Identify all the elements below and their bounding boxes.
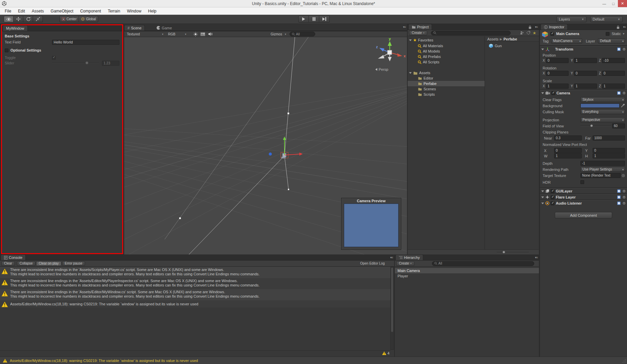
foldout-icon[interactable] xyxy=(409,72,412,74)
step-button[interactable] xyxy=(319,16,330,23)
tree-item-scenes[interactable]: Scenes xyxy=(408,86,485,92)
rotation-z-field[interactable]: 0 xyxy=(602,71,625,76)
tree-item-scripts[interactable]: Scripts xyxy=(408,92,485,97)
position-y-field[interactable]: 1 xyxy=(574,58,597,63)
object-picker-icon[interactable] xyxy=(622,174,625,177)
draw-mode-dropdown[interactable]: Textured▾ xyxy=(126,31,165,37)
flare-enabled-checkbox[interactable] xyxy=(551,195,554,199)
scale-tool-button[interactable] xyxy=(33,16,43,22)
viewport-h-field[interactable]: 1 xyxy=(593,153,625,158)
tree-item-all-materials[interactable]: All Materials xyxy=(408,43,485,49)
tag-dropdown[interactable]: MainCamera xyxy=(551,38,582,43)
gear-icon[interactable]: ⚙ xyxy=(622,195,626,200)
layers-dropdown[interactable]: Layers▼ xyxy=(556,16,587,22)
console-clear-on-play-button[interactable]: Clear on play xyxy=(36,261,61,266)
rotate-tool-button[interactable] xyxy=(23,16,33,22)
tab-project[interactable]: Project xyxy=(408,24,432,30)
scale-z-field[interactable]: 1 xyxy=(602,84,625,89)
foldout-icon[interactable] xyxy=(541,196,544,198)
background-color-swatch[interactable] xyxy=(580,103,620,108)
scene-audio-button[interactable] xyxy=(207,31,214,37)
viewport-y-field[interactable]: 0 xyxy=(593,148,625,153)
console-entry[interactable]: There are inconsistent line endings in t… xyxy=(0,289,390,300)
hierarchy-item-player[interactable]: Player xyxy=(395,273,539,279)
active-checkbox[interactable] xyxy=(550,32,554,36)
space-toggle-button[interactable]: Global xyxy=(79,16,98,22)
layer-dropdown[interactable]: Default xyxy=(598,38,625,43)
foldout-icon[interactable] xyxy=(541,92,544,94)
optional-settings-checkbox[interactable] xyxy=(5,49,8,52)
panel-menu-icon[interactable]: ▾≡ xyxy=(535,256,538,259)
camera-component-header[interactable]: Camera ⚙ xyxy=(540,90,627,96)
project-search-input[interactable] xyxy=(431,31,511,35)
position-x-field[interactable]: 0 xyxy=(546,58,569,63)
scene-viewport[interactable]: y x z Persp Camera Preview xyxy=(124,37,407,254)
close-button[interactable]: ✕ xyxy=(618,0,627,7)
tree-item-favorites[interactable]: ★ Favorites xyxy=(408,37,485,43)
minimize-button[interactable]: — xyxy=(600,0,609,7)
search-by-type-icon[interactable] xyxy=(520,31,524,35)
help-book-icon[interactable] xyxy=(617,189,621,193)
depth-field[interactable]: -1 xyxy=(580,161,625,166)
icon-size-slider[interactable] xyxy=(497,250,529,254)
viewport-x-field[interactable]: 0 xyxy=(554,148,582,153)
text-field-input[interactable]: Hello World xyxy=(52,40,119,45)
tab-scene[interactable]: # Scene xyxy=(124,25,145,31)
position-z-field[interactable]: -10 xyxy=(602,58,625,63)
scale-y-field[interactable]: 1 xyxy=(574,84,597,89)
gameobject-name[interactable]: Main Camera xyxy=(556,32,579,36)
open-editor-log-button[interactable]: Open Editor Log xyxy=(360,262,385,265)
search-by-label-icon[interactable] xyxy=(526,31,530,35)
culling-mask-dropdown[interactable]: Everything xyxy=(580,109,625,114)
console-scrollbar[interactable] xyxy=(390,267,394,350)
breadcrumb-root[interactable]: Assets xyxy=(487,37,498,41)
foldout-icon[interactable] xyxy=(541,49,544,50)
panel-menu-icon[interactable]: ▾≡ xyxy=(403,25,406,29)
slider-value-field[interactable]: 1.23 xyxy=(102,61,119,66)
static-checkbox[interactable] xyxy=(606,32,609,36)
tree-item-all-scripts[interactable]: All Scripts xyxy=(408,59,485,65)
gizmos-dropdown[interactable]: Gizmos▾ xyxy=(269,31,288,37)
layout-dropdown[interactable]: Default▼ xyxy=(590,16,623,22)
menu-terrain[interactable]: Terrain xyxy=(104,9,124,13)
maximize-button[interactable]: □ xyxy=(609,0,618,7)
fov-value-field[interactable]: 60 xyxy=(612,123,625,128)
menu-component[interactable]: Component xyxy=(77,9,104,13)
target-texture-field[interactable]: None (Render Text xyxy=(580,173,621,178)
render-channel-dropdown[interactable]: RGB▾ xyxy=(167,31,188,37)
menu-gameobject[interactable]: GameObject xyxy=(47,9,77,13)
lock-icon[interactable] xyxy=(617,25,620,29)
menu-file[interactable]: File xyxy=(1,9,15,13)
menu-window[interactable]: Window xyxy=(124,9,145,13)
menu-edit[interactable]: Edit xyxy=(15,9,28,13)
clear-flags-dropdown[interactable]: Skybox xyxy=(580,97,625,102)
audio-listener-header[interactable]: Audio Listener ⚙ xyxy=(540,200,627,206)
audio-enabled-checkbox[interactable] xyxy=(551,202,554,205)
view-tool-button[interactable] xyxy=(4,16,13,22)
tree-item-perfabe[interactable]: Perfabe xyxy=(408,81,485,86)
hdr-checkbox[interactable] xyxy=(580,180,584,184)
menu-help[interactable]: Help xyxy=(145,9,160,13)
eyedropper-icon[interactable] xyxy=(621,103,625,108)
hierarchy-item-main-camera[interactable]: Main Camera xyxy=(395,268,539,273)
status-bar[interactable]: Assets/Editor/MyWindow.cs(18,18): warnin… xyxy=(0,357,627,364)
add-component-button[interactable]: Add Component xyxy=(555,212,612,218)
gear-icon[interactable]: ⚙ xyxy=(622,47,626,52)
tab-game[interactable]: Game xyxy=(154,25,175,31)
rotation-y-field[interactable]: 0 xyxy=(574,71,597,76)
far-field[interactable]: 1000 xyxy=(593,135,625,141)
tab-console[interactable]: Console xyxy=(1,254,26,260)
breadcrumb[interactable]: Assets ▶ Perfabe xyxy=(485,36,539,42)
console-entry[interactable]: Assets/Editor/MyWindow.cs(18,18): warnin… xyxy=(0,300,390,307)
tree-item-editor[interactable]: Editor xyxy=(408,75,485,81)
scene-skybox-button[interactable] xyxy=(199,31,207,37)
gear-icon[interactable]: ⚙ xyxy=(622,91,626,95)
panel-menu-icon[interactable]: ▾≡ xyxy=(535,25,538,29)
scale-x-field[interactable]: 1 xyxy=(546,84,569,89)
tab-mywindow[interactable]: MyWindow xyxy=(3,25,28,31)
gear-icon[interactable]: ⚙ xyxy=(622,189,626,193)
tab-inspector[interactable]: Inspector xyxy=(541,24,568,30)
panel-menu-icon[interactable]: ▾≡ xyxy=(623,25,626,29)
toggle-checkbox[interactable] xyxy=(52,56,56,60)
tree-item-all-models[interactable]: All Models xyxy=(408,49,485,54)
